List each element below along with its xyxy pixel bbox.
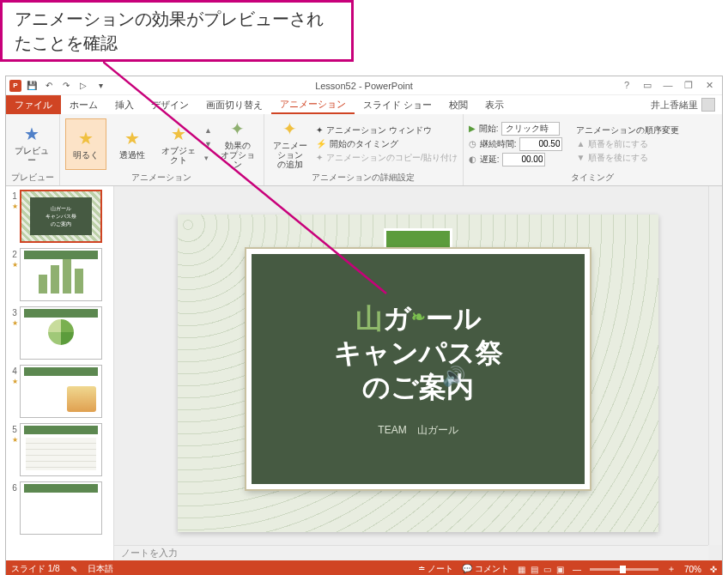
tab-file[interactable]: ファイル — [6, 95, 61, 114]
sorter-view-icon[interactable]: ▤ — [531, 565, 538, 574]
reorder-label: アニメーションの順序変更 — [576, 124, 679, 136]
gallery-more-icon[interactable]: ▾ — [204, 154, 212, 162]
group-preview-label: プレビュー — [11, 170, 54, 184]
app-logo-icon: P — [9, 80, 21, 92]
tab-design[interactable]: デザイン — [143, 95, 197, 114]
slide-thumbnail-5[interactable]: 5★ — [9, 423, 110, 476]
start-dropdown[interactable]: クリック時 — [501, 122, 560, 136]
slide-thumbnail-1[interactable]: 1★ 山ガールキャンパス祭のご案内 — [9, 190, 110, 243]
gallery-down-icon[interactable]: ▼ — [204, 140, 212, 148]
anim-indicator-icon: ★ — [12, 261, 18, 269]
slide-title: 山ガ❧ール キャンパス祭 のご案内 — [334, 301, 503, 404]
undo-icon[interactable]: ↶ — [42, 79, 56, 93]
animation-painter-button[interactable]: ✦アニメーションのコピー/貼り付け — [316, 152, 458, 164]
callout-box: アニメーションの効果がプレビューされたことを確認 — [0, 0, 354, 62]
slide-thumbnail-2[interactable]: 2★ — [9, 248, 110, 301]
slide-thumbnail-3[interactable]: 3★ — [9, 306, 110, 360]
callout-text: アニメーションの効果がプレビューされたことを確認 — [15, 7, 339, 55]
reading-view-icon[interactable]: ▭ — [543, 565, 551, 574]
effect-options-icon: ✦ — [230, 118, 245, 139]
tab-insert[interactable]: 挿入 — [106, 95, 143, 114]
comments-button[interactable]: 💬 コメント — [462, 563, 509, 575]
language-indicator[interactable]: 日本語 — [88, 563, 113, 575]
painter-icon: ✦ — [316, 153, 323, 162]
trigger-button[interactable]: ⚡開始のタイミング — [316, 138, 458, 150]
vertical-scrollbar[interactable] — [708, 186, 722, 545]
notes-button[interactable]: ≐ ノート — [418, 563, 453, 575]
window-title: Lesson52 - PowerPoint — [315, 81, 413, 91]
down-triangle-icon: ▼ — [576, 153, 585, 162]
duration-label: 継続時間: — [480, 138, 517, 150]
group-animation: ★ 明るく ★ 透過性 ★ オブジェクト ▲ ▼ ▾ ✦ — [60, 114, 264, 185]
notes-pane[interactable]: ノートを入力 — [114, 545, 708, 560]
slide-editor[interactable]: 山ガ❧ール キャンパス祭 のご案内 🔊 TEAM 山ガール ノートを入力 — [114, 186, 722, 560]
start-label: 開始: — [479, 123, 499, 135]
tab-review[interactable]: 校閲 — [440, 95, 476, 114]
slide-thumbnail-4[interactable]: 4★ — [9, 365, 110, 418]
tab-transitions[interactable]: 画面切り替え — [197, 95, 271, 114]
close-icon[interactable]: ✕ — [703, 80, 715, 91]
zoom-slider[interactable] — [590, 568, 658, 571]
slideshow-view-icon[interactable]: ▣ — [556, 565, 564, 574]
window-controls: ? ▭ — ❐ ✕ — [621, 80, 722, 91]
zoom-level[interactable]: 70% — [684, 565, 701, 574]
group-timing-label: タイミング — [469, 170, 717, 184]
add-animation-button[interactable]: ✦ アニメーション の追加 — [270, 118, 311, 170]
notes-placeholder: ノートを入力 — [121, 547, 178, 560]
group-advanced-label: アニメーションの詳細設定 — [270, 170, 458, 184]
statusbar: スライド 1/8 ✎ 日本語 ≐ ノート 💬 コメント ▦ ▤ ▭ ▣ — ＋ … — [6, 560, 722, 575]
audio-speaker-icon[interactable]: 🔊 — [442, 366, 465, 388]
ribbon-display-icon[interactable]: ▭ — [641, 80, 653, 91]
zoom-in-icon[interactable]: ＋ — [667, 563, 676, 575]
anim-indicator-icon: ★ — [12, 436, 18, 444]
tab-slideshow[interactable]: スライド ショー — [355, 95, 440, 114]
workspace: 1★ 山ガールキャンパス祭のご案内 2★ 3★ 4★ 5★ 6 — [6, 186, 722, 560]
tab-view[interactable]: 表示 — [476, 95, 513, 114]
fit-to-window-icon[interactable]: ✜ — [710, 565, 717, 574]
slide-canvas[interactable]: 山ガ❧ール キャンパス祭 のご案内 🔊 TEAM 山ガール — [178, 215, 658, 532]
slide-counter[interactable]: スライド 1/8 — [11, 563, 60, 575]
star-icon: ★ — [171, 124, 186, 144]
ribbon-tabs: ファイル ホーム 挿入 デザイン 画面切り替え アニメーション スライド ショー… — [6, 95, 722, 114]
add-animation-icon: ✦ — [282, 118, 297, 139]
slide-title-frame[interactable]: 山ガ❧ール キャンパス祭 のご案内 🔊 TEAM 山ガール — [246, 249, 590, 489]
anim-object-button[interactable]: ★ オブジェクト — [158, 118, 199, 170]
help-icon[interactable]: ? — [621, 80, 633, 91]
anim-indicator-icon: ★ — [12, 378, 18, 385]
spellcheck-icon[interactable]: ✎ — [70, 565, 77, 574]
move-later-button[interactable]: ▼順番を後にする — [576, 152, 679, 164]
slide-thumbnail-6[interactable]: 6 — [9, 481, 110, 535]
pane-icon: ✦ — [316, 125, 323, 135]
delay-input[interactable] — [502, 153, 545, 166]
anim-indicator-icon: ★ — [12, 319, 18, 327]
save-icon[interactable]: 💾 — [25, 79, 39, 93]
normal-view-icon[interactable]: ▦ — [518, 565, 525, 574]
group-advanced: ✦ アニメーション の追加 ✦アニメーション ウィンドウ ⚡開始のタイミング ✦… — [264, 114, 464, 185]
restore-icon[interactable]: ❐ — [682, 80, 695, 91]
group-preview: ★ プレビュー プレビュー — [6, 114, 60, 185]
tab-animations[interactable]: アニメーション — [271, 95, 355, 114]
leaf-icon: ❧ — [411, 307, 426, 326]
redo-icon[interactable]: ↷ — [59, 79, 73, 93]
tab-home[interactable]: ホーム — [61, 95, 106, 114]
animation-pane-button[interactable]: ✦アニメーション ウィンドウ — [316, 124, 458, 136]
preview-star-icon: ★ — [24, 124, 39, 144]
thumbnail-panel[interactable]: 1★ 山ガールキャンパス祭のご案内 2★ 3★ 4★ 5★ 6 — [6, 186, 114, 560]
effect-options-button[interactable]: ✦ 効果の オプション — [217, 118, 258, 170]
minimize-icon[interactable]: — — [662, 80, 674, 91]
app-window: P 💾 ↶ ↷ ▷ ▾ Lesson52 - PowerPoint ? ▭ — … — [5, 76, 723, 575]
slide-subtitle: TEAM 山ガール — [378, 423, 458, 438]
anim-brighten-button[interactable]: ★ 明るく — [65, 118, 106, 170]
zoom-out-icon[interactable]: — — [573, 565, 581, 574]
ribbon: ★ プレビュー プレビュー ★ 明るく ★ 透過性 ★ オブジェクト — [6, 114, 722, 186]
user-area[interactable]: 井上香緒里 — [651, 95, 722, 114]
move-earlier-button[interactable]: ▲順番を前にする — [576, 138, 679, 150]
avatar-icon — [701, 98, 715, 112]
gallery-up-icon[interactable]: ▲ — [204, 126, 212, 135]
anim-transparency-button[interactable]: ★ 透過性 — [112, 118, 153, 170]
duration-input[interactable] — [519, 137, 562, 151]
start-slideshow-icon[interactable]: ▷ — [76, 79, 90, 93]
view-buttons: ▦ ▤ ▭ ▣ — [518, 565, 564, 574]
preview-button[interactable]: ★ プレビュー — [11, 118, 52, 170]
qat-customize-icon[interactable]: ▾ — [94, 79, 107, 93]
